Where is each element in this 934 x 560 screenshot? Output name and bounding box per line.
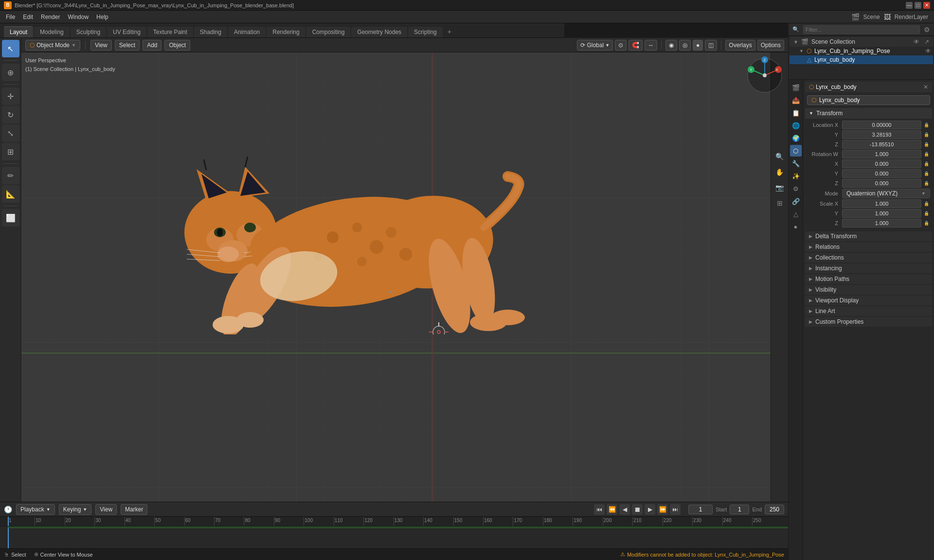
location-z-lock[interactable]: 🔒 <box>922 140 930 149</box>
layout-btn[interactable]: ⊞ <box>773 196 787 210</box>
rotation-z-lock[interactable]: 🔒 <box>922 179 930 188</box>
timeline-view-menu[interactable]: View <box>95 504 117 515</box>
tab-modeling[interactable]: Modeling <box>34 27 70 37</box>
custom-properties-section[interactable]: ▶ Custom Properties <box>805 317 932 327</box>
menu-file[interactable]: File <box>2 13 19 21</box>
current-frame-field[interactable]: 1 <box>688 505 713 514</box>
play-btn[interactable]: ▶ <box>645 504 655 515</box>
tab-layout[interactable]: Layout <box>4 26 33 37</box>
line-art-section[interactable]: ▶ Line Art <box>805 306 932 316</box>
prop-tab-material[interactable]: ● <box>790 221 802 232</box>
rotation-y-field[interactable]: 0.000 <box>842 169 921 178</box>
tab-geometry-nodes[interactable]: Geometry Nodes <box>351 27 407 37</box>
navigation-gizmo[interactable]: X Y Z <box>745 56 784 95</box>
scale-z-lock[interactable]: 🔒 <box>922 219 930 228</box>
prop-header-settings[interactable]: ✕ <box>923 84 928 90</box>
play-back-btn[interactable]: ◀ <box>619 504 630 515</box>
view-menu[interactable]: View <box>90 40 112 51</box>
jump-end-btn[interactable]: ⏭ <box>670 504 681 515</box>
active-object-item[interactable]: △ Lynx_cub_body <box>790 55 933 64</box>
rotate-tool[interactable]: ↻ <box>2 106 19 123</box>
playback-menu[interactable]: Playback ▼ <box>16 504 55 515</box>
snap-btn[interactable]: 🧲 <box>629 40 643 51</box>
object-menu[interactable]: Object <box>164 40 190 51</box>
object-mode-selector[interactable]: ⬡ Object Mode ▼ <box>25 40 80 51</box>
jump-start-btn[interactable]: ⏮ <box>594 504 605 515</box>
menu-window[interactable]: Window <box>64 13 92 21</box>
transform-tool[interactable]: ⊞ <box>2 143 19 160</box>
annotate-tool[interactable]: ✏ <box>2 167 19 184</box>
camera-btn[interactable]: 📷 <box>773 181 787 194</box>
location-x-field[interactable]: 0.00000 <box>842 121 921 129</box>
options-btn[interactable]: Options <box>757 40 784 51</box>
rotation-x-field[interactable]: 0.000 <box>842 159 921 168</box>
zoom-in-btn[interactable]: 🔍 <box>773 150 787 163</box>
tab-scripting[interactable]: Scripting <box>408 27 443 37</box>
scale-z-field[interactable]: 1.000 <box>842 219 921 228</box>
cursor-tool[interactable]: ↖ <box>2 40 19 57</box>
rotation-w-field[interactable]: 1.000 <box>842 150 921 158</box>
transform-header[interactable]: ▼ Transform <box>805 108 932 119</box>
main-viewport[interactable]: User Perspective (1) Scene Collection | … <box>21 52 788 502</box>
select-menu[interactable]: Select <box>115 40 140 51</box>
prop-tab-constraints[interactable]: 🔗 <box>790 195 802 207</box>
add-menu[interactable]: Add <box>143 40 162 51</box>
prop-tab-output[interactable]: 📤 <box>790 94 802 106</box>
tab-add-button[interactable]: + <box>444 26 455 37</box>
cursor-set-tool[interactable]: ⊕ <box>2 64 19 81</box>
scale-tool[interactable]: ⤡ <box>2 124 19 142</box>
measure-tool[interactable]: 📐 <box>2 185 19 203</box>
rotation-w-lock[interactable]: 🔒 <box>922 150 930 158</box>
tab-rendering[interactable]: Rendering <box>267 27 305 37</box>
menu-edit[interactable]: Edit <box>19 13 37 21</box>
end-frame-field[interactable]: 250 <box>765 505 784 514</box>
location-y-lock[interactable]: 🔒 <box>922 130 930 139</box>
maximize-button[interactable]: □ <box>915 2 921 9</box>
tab-shading[interactable]: Shading <box>194 27 227 37</box>
delta-transform-section[interactable]: ▶ Delta Transform <box>805 231 932 241</box>
visibility-section[interactable]: ▶ Visibility <box>805 285 932 295</box>
location-y-field[interactable]: 3.28193 <box>842 130 921 139</box>
scale-y-field[interactable]: 1.000 <box>842 209 921 218</box>
viewport-shading-material[interactable]: ◎ <box>679 40 691 51</box>
global-transform-btn[interactable]: ⟳ Global ▼ <box>577 40 613 51</box>
menu-help[interactable]: Help <box>92 13 112 21</box>
location-x-lock[interactable]: 🔒 <box>922 121 930 129</box>
lynx-object-item[interactable]: ▼ ⬡ Lynx_Cub_in_Jumping_Pose 👁 <box>790 47 933 55</box>
scene-eye-icon[interactable]: 👁 <box>914 38 919 45</box>
prop-tab-object[interactable]: ⬡ <box>790 145 802 157</box>
viewport-shading-solid[interactable]: ◉ <box>665 40 677 51</box>
relations-section[interactable]: ▶ Relations <box>805 242 932 252</box>
scene-collection-item[interactable]: ▼ 🎬 Scene Collection 👁 ↗ <box>790 37 933 47</box>
tab-texture-paint[interactable]: Texture Paint <box>147 27 193 37</box>
menu-render[interactable]: Render <box>37 13 64 21</box>
viewport-display-section[interactable]: ▶ Viewport Display <box>805 296 932 305</box>
overlays-btn[interactable]: Overlays <box>725 40 755 51</box>
tab-compositing[interactable]: Compositing <box>306 27 351 37</box>
prop-tab-data[interactable]: △ <box>790 208 802 220</box>
scale-x-lock[interactable]: 🔒 <box>922 199 930 208</box>
scale-y-lock[interactable]: 🔒 <box>922 209 930 218</box>
rotation-z-field[interactable]: 0.000 <box>842 179 921 188</box>
keying-menu[interactable]: Keying ▼ <box>59 504 92 515</box>
prop-tab-render[interactable]: 🎬 <box>790 82 802 93</box>
timeline-ruler[interactable]: 1102030405060708090100110120130140150160… <box>0 517 788 526</box>
prop-tab-physics[interactable]: ⚙ <box>790 183 802 194</box>
close-button[interactable]: ✕ <box>923 2 930 9</box>
rotation-y-lock[interactable]: 🔒 <box>922 169 930 178</box>
prop-tab-world[interactable]: 🌍 <box>790 132 802 144</box>
prop-tab-scene[interactable]: 🌐 <box>790 120 802 131</box>
transform-btn[interactable]: ↔ <box>645 40 657 51</box>
tab-uv-editing[interactable]: UV Editing <box>107 27 146 37</box>
start-frame-field[interactable]: 1 <box>730 505 749 514</box>
viewport-shading-xray[interactable]: ◫ <box>705 40 717 51</box>
minimize-button[interactable]: — <box>906 2 913 9</box>
scale-x-field[interactable]: 1.000 <box>842 199 921 208</box>
pan-btn[interactable]: ✋ <box>773 165 787 179</box>
rotation-x-lock[interactable]: 🔒 <box>922 159 930 168</box>
tab-animation[interactable]: Animation <box>228 27 266 37</box>
step-back-btn[interactable]: ⏪ <box>607 504 617 515</box>
outliner-search-input[interactable] <box>803 25 920 34</box>
prop-tab-particles[interactable]: ✨ <box>790 170 802 182</box>
scene-select-icon[interactable]: ↗ <box>924 38 929 45</box>
